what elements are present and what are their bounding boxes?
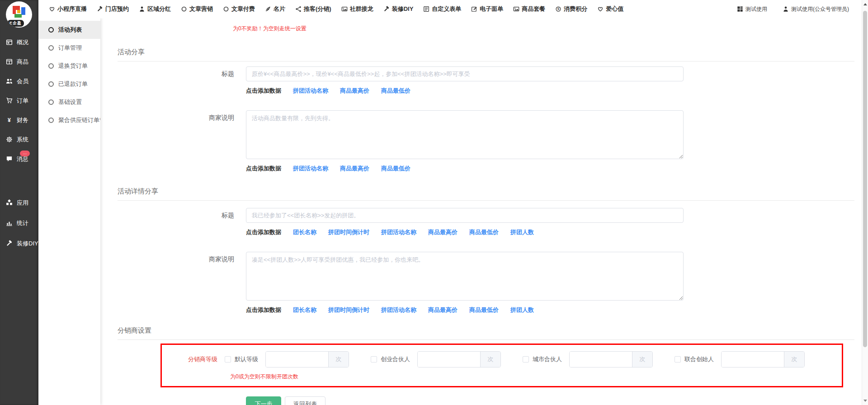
- nav-item-region-dividend[interactable]: 区域分红: [139, 5, 171, 13]
- submenu-item-order-management[interactable]: 订单管理: [38, 39, 100, 57]
- level-checkbox[interactable]: [675, 356, 681, 363]
- times-suffix: 次: [632, 352, 652, 367]
- level-checkbox[interactable]: [225, 356, 231, 363]
- sidebar-item-decorate-diy[interactable]: 装修DIY: [0, 233, 38, 254]
- user-icon: [783, 6, 789, 12]
- add-data-link[interactable]: 商品最低价: [381, 87, 410, 95]
- add-data-link[interactable]: 拼团活动名称: [381, 228, 416, 236]
- add-data-row: 点击添加数据 拼团活动名称商品最高价商品最低价: [246, 87, 854, 95]
- scroll-down-arrow[interactable]: [863, 400, 867, 402]
- nav-item-love-value[interactable]: 爱心值: [597, 5, 623, 13]
- open-limit-hint-text: 为0或为空则不限制开团次数: [230, 373, 842, 381]
- level-checkbox[interactable]: [523, 356, 529, 363]
- add-data-link[interactable]: 拼团时间倒计时: [328, 306, 369, 314]
- nav-item-miniprogram-live[interactable]: 小程序直播: [49, 5, 87, 13]
- add-data-link[interactable]: 团长名称: [293, 306, 316, 314]
- add-data-link[interactable]: 商品最低价: [469, 228, 499, 236]
- primary-menu-group-2: 应用统计装修DIY: [0, 193, 38, 254]
- times-input[interactable]: [570, 352, 632, 367]
- sidebar-item-members[interactable]: 会员: [0, 71, 38, 91]
- share-desc-textarea[interactable]: [246, 110, 684, 159]
- sidebar-item-overview[interactable]: 概况: [0, 33, 38, 52]
- nav-item-decorate-diy[interactable]: 装修DIY: [383, 5, 414, 13]
- add-data-link[interactable]: 拼团人数: [510, 228, 534, 236]
- topbar-account[interactable]: 测试使用(公众号管理员): [783, 5, 849, 13]
- times-suffix: 次: [480, 352, 500, 367]
- field-label: 标题: [118, 66, 246, 81]
- distributor-level-label: 分销商等级: [188, 355, 217, 363]
- field-label: 商家说明: [118, 110, 246, 159]
- add-data-row: 点击添加数据 团长名称拼团时间倒计时拼团活动名称商品最高价商品最低价拼团人数: [246, 306, 854, 314]
- level-checkbox[interactable]: [371, 356, 377, 363]
- times-input[interactable]: [418, 352, 480, 367]
- brand-logo-mark: [13, 6, 25, 18]
- add-data-link[interactable]: 商品最高价: [428, 228, 458, 236]
- primary-sidebar: E企盈 概况商品会员订单财务系统消息… 应用统计装修DIY: [0, 0, 38, 405]
- distributor-level-group: 创业合伙人 次: [371, 351, 501, 367]
- detail-title-input[interactable]: [246, 208, 684, 223]
- sidebar-item-finance[interactable]: 财务: [0, 110, 38, 130]
- add-data-link[interactable]: 商品最低价: [381, 165, 410, 173]
- sidebar-item-apps[interactable]: 应用: [0, 193, 38, 213]
- sidebar-item-goods[interactable]: 商品: [0, 52, 38, 71]
- level-label: 默认等级: [235, 355, 258, 363]
- next-step-button[interactable]: 下一步: [246, 396, 281, 405]
- activity-detail-share-section: 活动详情分享 标题 点击添加数据 团长名称拼团时间倒计时拼团活动名称商品最高价商…: [118, 187, 854, 314]
- scroll-up-arrow[interactable]: [863, 3, 867, 5]
- topbar-test-use[interactable]: 测试使用: [737, 5, 767, 13]
- submenu-item-return-exchange-orders[interactable]: 退换货订单: [38, 57, 100, 75]
- add-data-link[interactable]: 拼团活动名称: [381, 306, 416, 314]
- nav-item-custom-form[interactable]: 自定义表单: [423, 5, 461, 13]
- detail-desc-row: 商家说明: [118, 252, 854, 301]
- submenu-item-supply-chain-orders[interactable]: 聚合供应链订单管: [38, 111, 100, 129]
- sidebar-item-stats[interactable]: 统计: [0, 213, 38, 233]
- add-data-link[interactable]: 商品最高价: [428, 306, 458, 314]
- detail-desc-textarea[interactable]: [246, 252, 684, 301]
- submenu-item-refunded-orders[interactable]: 已退款订单: [38, 75, 100, 93]
- brand-logo[interactable]: E企盈: [6, 1, 32, 28]
- times-input[interactable]: [266, 352, 328, 367]
- nav-item-e-waybill[interactable]: 电子面单: [471, 5, 503, 13]
- feather-icon: [265, 6, 271, 12]
- add-data-link[interactable]: 拼团活动名称: [293, 165, 328, 173]
- nav-item-group-buying-chain[interactable]: 社群接龙: [341, 5, 373, 13]
- nav-item-store-booking[interactable]: 门店预约: [97, 5, 129, 13]
- person-icon: [139, 6, 145, 12]
- add-data-link[interactable]: 拼团人数: [510, 306, 534, 314]
- unread-badge: …: [20, 151, 30, 156]
- submenu-item-activity-list[interactable]: 活动列表: [38, 21, 100, 39]
- sidebar-item-messages[interactable]: 消息…: [0, 149, 38, 169]
- nav-item-product-package[interactable]: 商品套餐: [513, 5, 545, 13]
- submenu-item-basic-settings[interactable]: 基础设置: [38, 93, 100, 111]
- times-input[interactable]: [722, 352, 784, 367]
- sidebar-item-system[interactable]: 系统: [0, 130, 38, 149]
- scrollbar-thumb[interactable]: [863, 11, 867, 347]
- overview-icon: [6, 39, 13, 46]
- nav-item-article-marketing[interactable]: 文章营销: [181, 5, 213, 13]
- brand-logo-text: E企盈: [7, 20, 24, 27]
- circle-icon: [48, 118, 54, 123]
- section-title: 分销商设置: [118, 326, 854, 340]
- nav-item-promoter-distribution[interactable]: 推客(分销): [295, 5, 331, 13]
- add-data-link[interactable]: 拼团活动名称: [293, 87, 328, 95]
- back-to-list-button[interactable]: 返回列表: [285, 396, 326, 405]
- main-content: 为0不奖励！为空则走统一设置 活动分享 标题 点击添加数据 拼团活动名称商品最高…: [100, 18, 862, 405]
- vertical-scrollbar[interactable]: [862, 0, 868, 405]
- nav-item-consume-points[interactable]: 消费积分: [555, 5, 587, 13]
- activity-share-section: 活动分享 标题 点击添加数据 拼团活动名称商品最高价商品最低价 商家说明 点击添…: [118, 48, 854, 173]
- add-data-link[interactable]: 拼团时间倒计时: [328, 228, 369, 236]
- nav-item-article-paid[interactable]: 文章付费: [223, 5, 255, 13]
- top-nav-right: 测试使用测试使用(公众号管理员): [737, 5, 862, 13]
- image-icon: [341, 6, 348, 12]
- share-title-input[interactable]: [246, 66, 684, 81]
- distributor-level-row: 分销商等级 默认等级 次 创业合伙人 次 城市合伙人 次 联合创始人 次: [162, 351, 842, 367]
- add-data-link[interactable]: 团长名称: [293, 228, 316, 236]
- sidebar-item-orders[interactable]: 订单: [0, 91, 38, 110]
- circle-icon: [48, 81, 54, 87]
- nav-item-business-card[interactable]: 名片: [265, 5, 285, 13]
- add-data-link[interactable]: 商品最高价: [340, 87, 369, 95]
- add-data-label: 点击添加数据: [246, 165, 281, 173]
- apps-icon: [6, 199, 13, 206]
- add-data-link[interactable]: 商品最低价: [469, 306, 499, 314]
- add-data-link[interactable]: 商品最高价: [340, 165, 369, 173]
